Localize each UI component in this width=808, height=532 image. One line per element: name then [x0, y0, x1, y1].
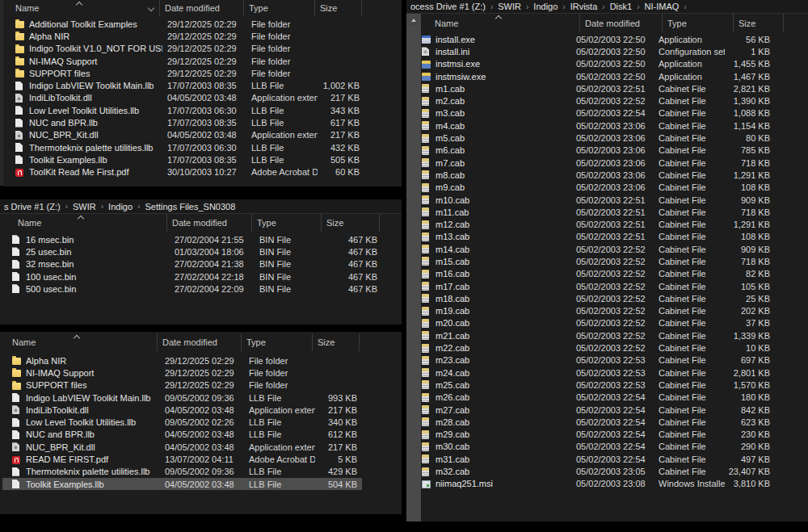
breadcrumb-item[interactable]: Indigo: [107, 202, 134, 212]
file-row[interactable]: Toolkit Examples.llb17/07/2003 08:35LLB …: [6, 153, 364, 165]
column-header-size[interactable]: Size: [322, 214, 380, 232]
file-row[interactable]: instmsiw.exe05/02/2003 22:50Application1…: [422, 70, 775, 82]
file-row[interactable]: m13.cab05/02/2003 22:51Cabinet File108 K…: [422, 231, 775, 243]
file-row[interactable]: Low Level Toolkit Utilities.llb09/05/200…: [2, 416, 362, 428]
column-header-name[interactable]: Name: [0, 214, 167, 232]
cab-icon: [422, 146, 429, 155]
file-row[interactable]: m30.cab05/02/2003 22:54Cabinet File290 K…: [422, 441, 775, 453]
breadcrumb-item[interactable]: IRvista: [569, 2, 600, 11]
folder-icon: [12, 358, 21, 365]
column-header-name[interactable]: Name: [421, 14, 580, 32]
column-header-name[interactable]: Name: [0, 333, 158, 351]
breadcrumb-item[interactable]: NI-IMAQ: [643, 2, 681, 11]
file-row[interactable]: SUPPORT files29/12/2025 02:29File folder: [2, 379, 362, 392]
file-row[interactable]: m6.cab05/02/2003 23:06Cabinet File785 KB: [422, 145, 775, 157]
breadcrumb-item[interactable]: Indigo: [532, 2, 559, 11]
file-row[interactable]: Indigo Toolkit V1.0_NOT FOR USE WITH L..…: [6, 43, 364, 55]
scrollbar-up-button[interactable]: [406, 14, 421, 26]
file-row[interactable]: 25 usec.bin01/03/2004 18:06BIN File467 K…: [2, 245, 382, 258]
file-row[interactable]: m21.cab05/02/2003 22:52Cabinet File1,339…: [422, 329, 775, 341]
column-header-date-modified[interactable]: Date modified: [167, 214, 252, 232]
file-row[interactable]: m32.cab05/02/2003 23:05Cabinet File23,40…: [422, 465, 775, 477]
filter-chevron-icon[interactable]: [148, 5, 154, 11]
column-header-size[interactable]: Size: [315, 0, 362, 16]
file-row[interactable]: m9.cab05/02/2003 23:06Cabinet File108 KB: [422, 182, 775, 194]
file-row[interactable]: Additional Toolkit Examples29/12/2025 02…: [6, 18, 364, 30]
column-header-name[interactable]: Name: [3, 0, 160, 16]
file-row[interactable]: Indigo LabVIEW Toolkit Main.llb17/07/200…: [6, 79, 364, 91]
breadcrumb-item[interactable]: SWIR: [496, 2, 523, 11]
file-row[interactable]: 500 usec.bin27/02/2004 22:09BIN File467 …: [2, 283, 382, 295]
file-row[interactable]: m28.cab05/02/2003 22:54Cabinet File623 K…: [422, 416, 775, 428]
file-row[interactable]: Low Level Toolkit Utilities.llb17/07/200…: [6, 104, 364, 116]
file-row[interactable]: m8.cab05/02/2003 23:06Cabinet File1,291 …: [422, 169, 775, 181]
file-row[interactable]: m1.cab05/02/2003 22:51Cabinet File2,821 …: [422, 82, 775, 94]
column-header-date-modified[interactable]: Date modified: [160, 0, 244, 16]
breadcrumb-item[interactable]: ocess Drive #1 (Z:): [409, 2, 487, 11]
file-row[interactable]: NI-IMAQ Support29/12/2025 02:29File fold…: [2, 367, 362, 379]
file-row[interactable]: ToolKit Read Me First.pdf30/10/2003 10:2…: [6, 166, 364, 178]
column-header-type[interactable]: Type: [252, 214, 322, 232]
file-row[interactable]: Toolkit Examples.llb04/05/2002 03:48LLB …: [2, 478, 362, 490]
file-row[interactable]: install.ini05/02/2003 22:50Configuration…: [422, 45, 775, 57]
file-row[interactable]: 100 usec.bin27/02/2004 22:18BIN File467 …: [2, 270, 382, 283]
column-header-type[interactable]: Type: [663, 14, 734, 32]
file-row[interactable]: m20.cab05/02/2003 22:52Cabinet File37 KB: [422, 317, 775, 329]
file-row[interactable]: instmsi.exe05/02/2003 22:50Application1,…: [422, 58, 775, 70]
column-header-type[interactable]: Type: [244, 0, 315, 16]
pdf-icon: [15, 169, 23, 177]
file-row[interactable]: NUC_BPR_Kit.dll04/05/2002 03:48Applicati…: [2, 441, 362, 453]
file-row[interactable]: m10.cab05/02/2003 22:51Cabinet File909 K…: [422, 194, 775, 206]
file-row[interactable]: IndiLibToolkit.dll04/05/2002 03:48Applic…: [2, 404, 362, 416]
file-row[interactable]: m24.cab05/02/2003 22:53Cabinet File2,801…: [422, 367, 775, 379]
file-size: 340 KB: [315, 417, 362, 427]
column-header-date-modified[interactable]: Date modified: [580, 14, 663, 32]
file-row[interactable]: NUC_BPR_Kit.dll04/05/2002 03:48Applicati…: [6, 129, 364, 141]
file-row[interactable]: m26.cab05/02/2003 22:54Cabinet File180 K…: [422, 392, 775, 404]
file-row[interactable]: m23.cab05/02/2003 22:53Cabinet File697 K…: [422, 354, 775, 367]
vertical-scrollbar[interactable]: [406, 14, 421, 522]
file-row[interactable]: m29.cab05/02/2003 22:54Cabinet File230 K…: [422, 429, 775, 441]
file-row[interactable]: niimaq251.msi05/02/2003 23:08Windows Ins…: [422, 478, 775, 490]
file-row[interactable]: Alpha NIR29/12/2025 02:29File folder: [2, 354, 362, 367]
breadcrumb-item[interactable]: Settings Files_SN0308: [143, 202, 237, 212]
file-row[interactable]: m7.cab05/02/2003 23:06Cabinet File718 KB: [422, 157, 775, 169]
file-row[interactable]: NUC and BPR.llb17/07/2003 08:35LLB File6…: [6, 116, 364, 128]
file-row[interactable]: install.exe05/02/2003 22:50Application56…: [422, 33, 775, 45]
file-row[interactable]: Thermoteknix palette utilities.llb17/07/…: [6, 141, 364, 153]
file-row[interactable]: 32 msec.bin27/02/2004 21:38BIN File467 K…: [2, 258, 382, 270]
file-row[interactable]: m16.cab05/02/2003 22:52Cabinet File82 KB: [422, 268, 775, 280]
file-row[interactable]: IndiLibToolkit.dll04/05/2002 03:48Applic…: [6, 92, 364, 104]
column-header-size[interactable]: Size: [313, 333, 360, 351]
file-row[interactable]: m17.cab05/02/2003 22:52Cabinet File105 K…: [422, 280, 775, 292]
column-header-size[interactable]: Size: [734, 14, 784, 32]
breadcrumb-item[interactable]: s Drive #1 (Z:): [2, 202, 62, 212]
file-row[interactable]: Thermoteknix palette utilities.llb09/05/…: [2, 466, 362, 478]
file-row[interactable]: m14.cab05/02/2003 22:52Cabinet File909 K…: [422, 243, 775, 255]
file-row[interactable]: m18.cab05/02/2003 22:52Cabinet File25 KB: [422, 292, 775, 304]
file-row[interactable]: m31.cab05/02/2003 22:54Cabinet File497 K…: [422, 453, 775, 465]
scrollbar-thumb[interactable]: [406, 26, 421, 522]
file-row[interactable]: m27.cab05/02/2003 22:54Cabinet File842 K…: [422, 404, 775, 416]
breadcrumb-item[interactable]: SWIR: [71, 202, 98, 212]
file-row[interactable]: Indigo LabVIEW Toolkit Main.llb09/05/200…: [2, 392, 362, 404]
file-row[interactable]: m3.cab05/02/2003 22:54Cabinet File1,088 …: [422, 107, 775, 119]
column-header-type[interactable]: Type: [242, 333, 313, 351]
file-row[interactable]: NUC and BPR.llb04/05/2002 03:48LLB File6…: [2, 429, 362, 441]
file-row[interactable]: NI-IMAQ Support29/12/2025 02:29File fold…: [6, 55, 364, 67]
file-row[interactable]: m11.cab05/02/2003 22:51Cabinet File718 K…: [422, 206, 775, 218]
file-row[interactable]: READ ME FIRST.pdf13/07/2002 04:11Adobe A…: [2, 453, 362, 465]
file-row[interactable]: m12.cab05/02/2003 22:51Cabinet File1,291…: [422, 218, 775, 230]
file-row[interactable]: m5.cab05/02/2003 23:06Cabinet File80 KB: [422, 132, 775, 144]
file-row[interactable]: m2.cab05/02/2003 22:52Cabinet File1,390 …: [422, 94, 775, 107]
file-row[interactable]: Alpha NIR29/12/2025 02:29File folder: [6, 30, 364, 42]
file-row[interactable]: m4.cab05/02/2003 23:06Cabinet File1,154 …: [422, 119, 775, 132]
breadcrumb-item[interactable]: Disk1: [608, 2, 634, 11]
file-row[interactable]: SUPPORT files29/12/2025 02:29File folder: [6, 67, 364, 79]
column-header-date-modified[interactable]: Date modified: [158, 333, 242, 351]
file-row[interactable]: 16 msec.bin27/02/2004 21:55BIN File467 K…: [2, 233, 382, 245]
file-row[interactable]: m19.cab05/02/2003 22:52Cabinet File202 K…: [422, 305, 775, 317]
file-row[interactable]: m22.cab05/02/2003 22:52Cabinet File10 KB: [422, 341, 775, 354]
file-row[interactable]: m15.cab05/02/2003 22:52Cabinet File718 K…: [422, 255, 775, 267]
file-row[interactable]: m25.cab05/02/2003 22:53Cabinet File1,570…: [422, 379, 775, 391]
